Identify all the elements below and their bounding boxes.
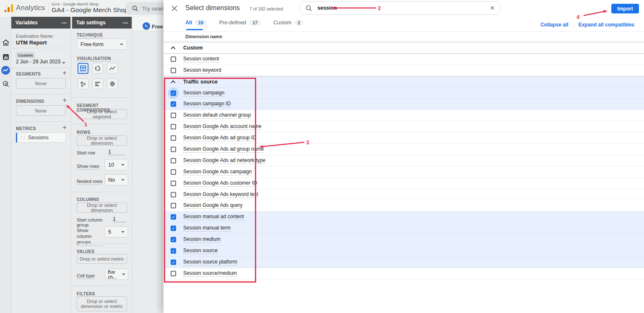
viz-donut-button[interactable] — [92, 63, 103, 74]
checkbox-checked[interactable]: ✓ — [171, 90, 176, 96]
dimension-row[interactable]: ✓Session source platform — [164, 257, 644, 268]
dimension-label[interactable]: Session source — [183, 248, 218, 254]
show-rows-select[interactable]: 10 — [104, 159, 128, 170]
dimension-label[interactable]: Session campaign ID — [183, 101, 231, 107]
checkbox-unchecked[interactable] — [171, 146, 176, 152]
viz-table-button[interactable] — [78, 63, 88, 74]
dimension-label[interactable]: Session source/medium — [183, 270, 237, 277]
checkbox-unchecked[interactable] — [171, 113, 176, 118]
dimension-row[interactable]: Session content — [164, 54, 644, 65]
chevron-up-icon[interactable] — [171, 80, 175, 85]
checkbox-checked[interactable]: ✓ — [171, 226, 176, 231]
close-icon[interactable] — [171, 5, 178, 12]
dimension-label[interactable]: Session Google Ads customer ID — [183, 180, 257, 187]
segments-drop-zone[interactable]: None — [16, 78, 66, 89]
dimension-row[interactable]: Session Google Ads customer ID — [164, 178, 644, 189]
dimension-label[interactable]: Session manual term — [183, 225, 231, 232]
dimension-row[interactable]: ✓Session source — [164, 245, 644, 257]
tab-custom[interactable]: Custom 2 — [273, 20, 304, 26]
add-dimension-button[interactable]: + — [62, 97, 67, 103]
minimize-icon[interactable]: — — [62, 20, 66, 26]
checkbox-unchecked[interactable] — [171, 180, 176, 186]
dimension-row[interactable]: ✓Session medium — [164, 234, 644, 245]
dimension-row[interactable]: Session Google Ads account name — [164, 121, 644, 133]
dimension-row[interactable]: Session Google Ads ad group name — [164, 144, 644, 155]
dimension-search-input[interactable] — [317, 5, 439, 11]
dimension-row[interactable]: ✓Session campaign ID — [164, 99, 644, 110]
checkbox-unchecked[interactable] — [171, 203, 176, 209]
dimension-row[interactable]: Session Google Ads ad network type — [164, 155, 644, 167]
rows-drop-zone[interactable]: Drop or select dimension — [77, 136, 127, 146]
import-button[interactable]: Import — [611, 4, 639, 13]
dimension-row[interactable]: Session keyword — [164, 65, 644, 76]
checkbox-unchecked[interactable] — [171, 158, 176, 163]
dimension-label[interactable]: Session Google Ads account name — [183, 123, 262, 130]
minimize-icon[interactable]: — — [123, 20, 127, 26]
dimension-label[interactable]: Session Google Ads campaign — [183, 169, 252, 175]
dimension-group-row[interactable]: Traffic source — [164, 76, 644, 88]
checkbox-checked[interactable]: ✓ — [171, 214, 176, 220]
dimension-label[interactable]: Session Google Ads query — [183, 202, 242, 209]
dimension-row[interactable]: Session Google Ads query — [164, 200, 644, 211]
start-column-group-input[interactable]: 1 — [113, 216, 126, 222]
checkbox-unchecked[interactable] — [171, 271, 176, 276]
checkbox-checked[interactable]: ✓ — [171, 248, 176, 253]
cell-type-select[interactable]: Bar ch... — [105, 269, 128, 280]
dimension-row[interactable]: Session Google Ads campaign — [164, 167, 644, 178]
technique-select[interactable]: Free-form — [77, 39, 127, 50]
checkbox-unchecked[interactable] — [171, 136, 176, 141]
dimension-row[interactable]: Session default channel group — [164, 110, 644, 121]
advertising-icon[interactable] — [2, 80, 10, 88]
dimension-row[interactable]: Session Google Ads keyword text — [164, 189, 644, 201]
dimension-row[interactable]: Session Google Ads ad group ID — [164, 133, 644, 144]
dimension-label[interactable]: Session content — [183, 56, 219, 63]
drag-handle-icon[interactable]: ⋮⋮ — [19, 136, 25, 140]
dimension-label[interactable]: Session Google Ads keyword text — [183, 191, 258, 198]
clear-search-icon[interactable]: ✕ — [490, 5, 495, 11]
analytics-logo-icon[interactable] — [4, 4, 13, 12]
show-column-groups-select[interactable]: 5 — [104, 226, 128, 237]
columns-drop-zone[interactable]: Drop or select dimension — [77, 203, 127, 213]
chevron-up-icon[interactable] — [171, 46, 175, 51]
metric-chip-sessions[interactable]: ⋮⋮ Sessions — [16, 133, 66, 143]
checkbox-checked[interactable]: ✓ — [171, 237, 176, 243]
viz-bar-button[interactable] — [92, 78, 103, 89]
chevron-down-icon[interactable] — [62, 62, 65, 65]
dimension-label[interactable]: Session Google Ads ad group ID — [183, 135, 256, 141]
tab-all[interactable]: All 19 — [185, 20, 207, 26]
dimension-row[interactable]: Session source/medium — [164, 268, 644, 279]
property-switcher[interactable]: GA4 - Google Merch Shop — [52, 6, 128, 14]
freeform-tab-icon[interactable]: ✎ — [143, 22, 150, 30]
dimension-row[interactable]: ✓Session manual term — [164, 223, 644, 234]
segment-comparisons-drop-zone[interactable]: Drop or select segment — [77, 109, 127, 119]
reports-icon[interactable] — [2, 53, 10, 61]
values-drop-zone[interactable]: Drop or select metric — [77, 254, 127, 264]
viz-geo-button[interactable] — [107, 78, 118, 89]
viz-line-button[interactable] — [107, 63, 118, 74]
dimension-label[interactable]: Session keyword — [183, 67, 221, 74]
dimension-label[interactable]: Session default channel group — [183, 112, 251, 119]
checkbox-unchecked[interactable] — [171, 169, 176, 175]
nested-rows-select[interactable]: No — [104, 174, 128, 185]
dimension-label[interactable]: Session medium — [183, 236, 221, 243]
checkbox-unchecked[interactable] — [171, 192, 176, 197]
checkbox-unchecked[interactable] — [171, 56, 176, 62]
dimension-search-box[interactable]: ✕ — [300, 1, 500, 15]
collapse-all-link[interactable]: Collapse all — [540, 22, 569, 28]
dimension-label[interactable]: Session Google Ads ad group name — [183, 146, 264, 153]
add-segment-button[interactable]: + — [62, 70, 67, 76]
checkbox-unchecked[interactable] — [171, 68, 176, 73]
checkbox-unchecked[interactable] — [171, 124, 176, 130]
exploration-name-value[interactable]: UTM Report — [16, 39, 47, 46]
checkbox-checked[interactable]: ✓ — [171, 102, 176, 107]
explore-icon[interactable] — [1, 66, 10, 75]
expand-all-compatibles-link[interactable]: Expand all compatibles — [579, 22, 634, 28]
filters-drop-zone[interactable]: Drop or select dimension or metric — [77, 296, 127, 311]
tab-pre-defined[interactable]: Pre-defined 17 — [219, 20, 261, 26]
dimension-label[interactable]: Session Google Ads ad network type — [183, 157, 265, 164]
dimension-row[interactable]: ✓Session manual ad content — [164, 211, 644, 223]
home-icon[interactable] — [2, 39, 10, 47]
date-range-selector[interactable]: 2 Jun - 29 Jun 2023 — [16, 59, 60, 65]
checkbox-checked[interactable]: ✓ — [171, 259, 176, 265]
viz-scatter-button[interactable] — [78, 78, 88, 89]
